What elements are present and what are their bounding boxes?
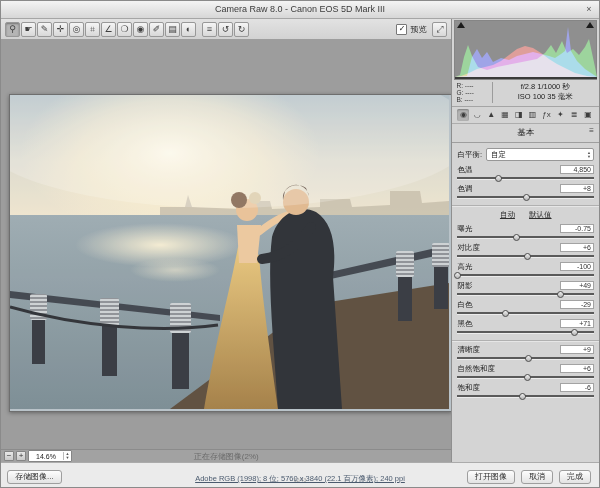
zoom-out-button[interactable]: − [4, 451, 14, 461]
auto-link[interactable]: 自动 [500, 210, 515, 219]
contrast-label: 对比度 [457, 243, 480, 253]
vibrance-track[interactable] [457, 373, 594, 382]
slider-rail [457, 236, 594, 239]
default-link[interactable]: 默认值 [529, 210, 552, 219]
temperature-knob[interactable] [495, 175, 502, 182]
panel-title: 基本 [517, 127, 534, 137]
preview-toggle[interactable]: ✓ 预览 [396, 24, 426, 35]
exposure-track[interactable] [457, 233, 594, 242]
hand-tool-icon[interactable]: ☛ [21, 22, 36, 37]
tab-split-toning[interactable]: ◨ [513, 109, 525, 121]
saturation-value-input[interactable]: -6 [560, 383, 594, 392]
whites-knob[interactable] [502, 310, 509, 317]
preferences-button-icon[interactable]: ≡ [202, 22, 217, 37]
fullscreen-toggle-icon[interactable]: ⤢ [432, 22, 447, 37]
tint-knob[interactable] [523, 194, 530, 201]
zoom-stepper-icon[interactable]: ▲▼ [63, 452, 71, 460]
save-image-button[interactable]: 存储图像... [7, 470, 62, 484]
blacks-track[interactable] [457, 328, 594, 337]
iso-focal: ISO 100 35 毫米 [493, 92, 597, 102]
shadows-slider: 阴影+49 [457, 281, 594, 299]
whites-value-input[interactable]: -29 [560, 300, 594, 309]
highlights-label: 高光 [457, 262, 472, 272]
white-balance-select[interactable]: 自定 ▲▼ [486, 148, 594, 161]
tab-lens-corrections[interactable]: ▥ [527, 109, 539, 121]
cancel-button[interactable]: 取消 [521, 470, 553, 484]
whites-track[interactable] [457, 309, 594, 318]
zoom-level-value: 14.6% [29, 453, 63, 460]
blacks-slider: 黑色+71 [457, 319, 594, 337]
whites-label: 白色 [457, 300, 472, 310]
temperature-track[interactable] [457, 174, 594, 183]
temperature-value-input[interactable]: 4,850 [560, 165, 594, 174]
vibrance-label: 自然饱和度 [457, 364, 495, 374]
adjustment-brush-tool-icon[interactable]: ✐ [149, 22, 164, 37]
tab-presets[interactable]: ≣ [568, 109, 580, 121]
contrast-knob[interactable] [524, 253, 531, 260]
tint-value-input[interactable]: +8 [560, 184, 594, 193]
slider-rail [457, 293, 594, 296]
graduated-filter-tool-icon[interactable]: ▤ [165, 22, 180, 37]
panel-menu-icon[interactable]: ≡ [589, 126, 594, 135]
targeted-adjustment-tool-icon[interactable]: ◎ [69, 22, 84, 37]
workflow-options-link[interactable]: Adobe RGB (1998); 8 位; 5760 x 3840 (22.1… [195, 474, 405, 483]
spot-removal-tool-icon[interactable]: ❍ [117, 22, 132, 37]
preview-checkbox[interactable]: ✓ [396, 24, 407, 35]
white-balance-tool-icon[interactable]: ✎ [37, 22, 52, 37]
saturation-knob[interactable] [519, 393, 526, 400]
color-sampler-tool-icon[interactable]: ✛ [53, 22, 68, 37]
shadows-knob[interactable] [557, 291, 564, 298]
vibrance-knob[interactable] [524, 374, 531, 381]
zoom-in-button[interactable]: + [16, 451, 26, 461]
saturation-slider: 饱和度-6 [457, 383, 594, 401]
preview-label: 预览 [410, 24, 426, 35]
done-button[interactable]: 完成 [559, 470, 591, 484]
shadows-track[interactable] [457, 290, 594, 299]
aperture-shutter: f/2.8 1/1000 秒 [493, 82, 597, 92]
rotate-left-button-icon[interactable]: ↺ [218, 22, 233, 37]
tab-detail[interactable]: ▲ [485, 109, 497, 121]
clarity-knob[interactable] [525, 355, 532, 362]
preview-canvas[interactable] [1, 40, 451, 449]
red-eye-tool-icon[interactable]: ◉ [133, 22, 148, 37]
open-image-button[interactable]: 打开图像 [467, 470, 515, 484]
tab-tone-curve[interactable]: ◡ [471, 109, 483, 121]
crop-tool-icon[interactable]: ⌗ [85, 22, 100, 37]
contrast-track[interactable] [457, 252, 594, 261]
radial-filter-tool-icon[interactable]: ◐ [181, 22, 196, 37]
exposure-value-input[interactable]: -0.75 [560, 224, 594, 233]
zoom-tool-icon[interactable]: ⚲ [5, 22, 20, 37]
blacks-value-input[interactable]: +71 [560, 319, 594, 328]
tab-hsl-grayscale[interactable]: ▦ [499, 109, 511, 121]
basic-controls: 白平衡: 自定 ▲▼ 色温4,850色调+8 自动 默认值 曝光-0.75对比度… [452, 143, 599, 402]
highlights-knob[interactable] [454, 272, 461, 279]
rotate-right-button-icon[interactable]: ↻ [234, 22, 249, 37]
divider [452, 205, 599, 207]
blacks-knob[interactable] [571, 329, 578, 336]
tab-camera-calibration[interactable]: ✦ [554, 109, 566, 121]
tab-effects[interactable]: ƒx [540, 109, 552, 121]
shadows-value-input[interactable]: +49 [560, 281, 594, 290]
highlights-track[interactable] [457, 271, 594, 280]
tab-snapshots[interactable]: ▣ [582, 109, 594, 121]
close-icon[interactable]: × [583, 3, 595, 15]
vibrance-value-input[interactable]: +6 [560, 364, 594, 373]
toolbar: ⚲☛✎✛◎⌗∠❍◉✐▤◐≡↺↻ ✓ 预览 ⤢ [1, 19, 451, 40]
capture-settings: f/2.8 1/1000 秒 ISO 100 35 毫米 [493, 82, 597, 103]
slider-rail [457, 274, 594, 277]
straighten-tool-icon[interactable]: ∠ [101, 22, 116, 37]
clarity-track[interactable] [457, 354, 594, 363]
divider [452, 340, 599, 342]
contrast-value-input[interactable]: +6 [560, 243, 594, 252]
saturation-track[interactable] [457, 392, 594, 401]
highlights-value-input[interactable]: -100 [560, 262, 594, 271]
camera-raw-window: Camera Raw 8.0 - Canon EOS 5D Mark III ×… [0, 0, 600, 488]
clarity-value-input[interactable]: +9 [560, 345, 594, 354]
zoom-level-select[interactable]: 14.6% ▲▼ [28, 450, 72, 462]
photo-preview[interactable] [9, 94, 451, 412]
shadows-label: 阴影 [457, 281, 472, 291]
tab-basic[interactable]: ◉ [457, 109, 469, 121]
tint-track[interactable] [457, 193, 594, 202]
histogram [454, 20, 597, 80]
exposure-knob[interactable] [513, 234, 520, 241]
